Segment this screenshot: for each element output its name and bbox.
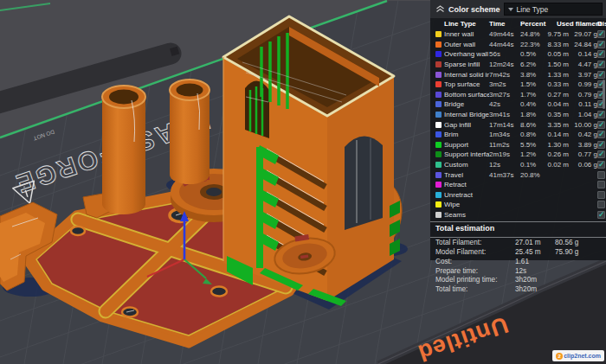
line-type-row: Gap infill17m14s8.6%3.35 m10.00 g	[430, 119, 606, 130]
display-checkbox[interactable]	[597, 201, 605, 208]
line-type-weight: 0.77 g	[569, 150, 597, 158]
line-type-weight: 10.00 g	[569, 121, 597, 129]
line-type-row: Internal solid infill7m42s3.8%1.33 m3.97…	[430, 69, 606, 80]
line-type-color-swatch	[435, 122, 442, 128]
line-type-weight: 24.84 g	[569, 41, 597, 48]
total-value-1: 3h20m	[515, 285, 555, 293]
line-type-row: Support interface2m19s1.2%0.26 m0.77 g	[430, 150, 606, 160]
display-checkbox[interactable]	[597, 111, 605, 118]
line-type-percent: 3.8%	[520, 71, 545, 79]
total-row: Cost:1.61	[430, 257, 606, 266]
total-value-1: 12s	[515, 267, 555, 275]
display-checkbox[interactable]	[597, 191, 605, 199]
line-type-color-swatch	[435, 72, 442, 78]
line-type-label: Inner wall	[444, 30, 489, 38]
collapse-panel-icon[interactable]	[435, 5, 445, 13]
line-type-weight: 3.89 g	[569, 141, 597, 149]
line-type-time: 3m41s	[489, 111, 520, 118]
line-type-time: 56s	[489, 50, 520, 58]
line-type-color-swatch	[435, 31, 442, 37]
line-type-percent: 1.5%	[520, 80, 545, 88]
view-mode-dropdown[interactable]: Line Type	[504, 3, 603, 16]
display-checkbox[interactable]	[597, 161, 605, 169]
line-type-time: 42s	[489, 100, 520, 108]
color-scheme-panel: Color scheme Line Type Line Type Time Pe…	[430, 0, 606, 260]
line-type-percent: 0.1%	[520, 161, 545, 169]
line-type-percent: 0.8%	[520, 131, 545, 138]
line-type-label: Wipe	[444, 201, 489, 208]
line-type-label: Overhang wall	[444, 50, 489, 58]
line-type-row: Outer wall44m44s22.3%8.33 m24.84 g	[430, 40, 606, 50]
line-type-row: Unretract	[430, 190, 606, 201]
line-type-color-swatch	[435, 92, 442, 98]
line-type-row: Support11m2s5.5%1.30 m3.89 g	[430, 140, 606, 150]
line-type-length: 1.33 m	[545, 71, 569, 79]
display-checkbox[interactable]	[597, 50, 605, 58]
line-type-row: Seams	[430, 210, 606, 220]
line-type-percent: 1.7%	[520, 91, 545, 99]
display-checkbox[interactable]	[597, 61, 605, 68]
display-checkbox[interactable]	[597, 131, 605, 138]
line-type-label: Unretract	[444, 191, 489, 199]
line-type-label: Internal solid infill	[444, 71, 489, 79]
line-type-weight: 0.14 g	[569, 50, 597, 58]
line-type-time: 41m37s	[489, 171, 520, 179]
view-mode-value: Line Type	[517, 5, 549, 14]
line-type-time: 3m27s	[489, 91, 520, 99]
line-type-length: 0.33 m	[545, 80, 569, 88]
box-arch-opening-left	[245, 80, 269, 138]
line-type-percent: 1.8%	[520, 111, 545, 118]
watermark: 2 clip2net.com	[552, 350, 604, 361]
line-type-weight: 29.07 g	[569, 30, 597, 38]
display-checkbox[interactable]	[597, 30, 605, 38]
totals-heading: Total estimation	[430, 222, 606, 235]
total-label: Prepare time:	[435, 267, 515, 275]
model-tube-right[interactable]	[170, 80, 210, 184]
line-type-row: Bridge42s0.4%0.04 m0.11 g	[430, 99, 606, 110]
line-type-row: Bottom surface3m27s1.7%0.27 m0.79 g	[430, 90, 606, 100]
total-row: Total Filament:27.01 m80.56 g	[430, 238, 606, 247]
line-type-percent: 20.8%	[520, 171, 545, 179]
line-type-label: Sparse infill	[444, 61, 489, 68]
display-checkbox[interactable]	[597, 71, 605, 79]
display-checkbox[interactable]	[597, 141, 605, 149]
line-type-rows: Inner wall49m44s24.8%9.75 m29.07 gOuter …	[430, 29, 606, 220]
line-type-percent: 0.5%	[520, 50, 545, 58]
total-label: Cost:	[435, 258, 515, 265]
slicer-preview-window: FLASHFORGE DO NOT	[0, 0, 606, 364]
line-type-time: 7m42s	[489, 71, 520, 79]
line-type-label: Bottom surface	[444, 91, 489, 99]
line-type-time: 11m2s	[489, 141, 520, 149]
display-checkbox[interactable]	[597, 41, 605, 48]
total-value-2: 80.56 g	[555, 239, 601, 246]
total-label: Model Filament:	[435, 248, 515, 256]
line-type-time: 3m2s	[489, 80, 520, 88]
display-checkbox[interactable]	[597, 150, 605, 158]
line-type-row: Custom12s0.1%0.02 m0.06 g	[430, 160, 606, 170]
line-type-label: Internal Bridge	[444, 111, 489, 118]
line-type-percent: 0.4%	[520, 100, 545, 108]
line-type-row: Wipe	[430, 200, 606, 210]
line-type-time: 17m14s	[489, 121, 520, 129]
line-type-percent: 8.6%	[520, 121, 545, 129]
col-used-filament: Used filament	[557, 20, 597, 28]
total-value-1: 1.61	[515, 258, 555, 265]
panel-scrollbar[interactable]	[603, 80, 605, 109]
display-checkbox[interactable]	[597, 171, 605, 179]
display-checkbox[interactable]	[597, 181, 605, 188]
display-checkbox[interactable]	[597, 211, 605, 219]
display-checkbox[interactable]	[597, 121, 605, 129]
line-type-label: Retract	[444, 181, 489, 188]
line-type-label: Seams	[444, 211, 489, 219]
line-type-color-swatch	[435, 162, 442, 168]
col-time: Time	[489, 20, 520, 28]
total-row: Total time:3h20m	[430, 284, 606, 294]
line-type-label: Support	[444, 141, 489, 149]
line-type-color-swatch	[435, 172, 442, 178]
line-type-weight: 0.79 g	[569, 91, 597, 99]
line-type-color-swatch	[435, 151, 442, 157]
model-tube-left[interactable]	[102, 86, 145, 214]
line-type-label: Bridge	[444, 100, 489, 108]
line-type-color-swatch	[435, 61, 442, 67]
line-type-row: Brim1m34s0.8%0.14 m0.42 g	[430, 130, 606, 140]
